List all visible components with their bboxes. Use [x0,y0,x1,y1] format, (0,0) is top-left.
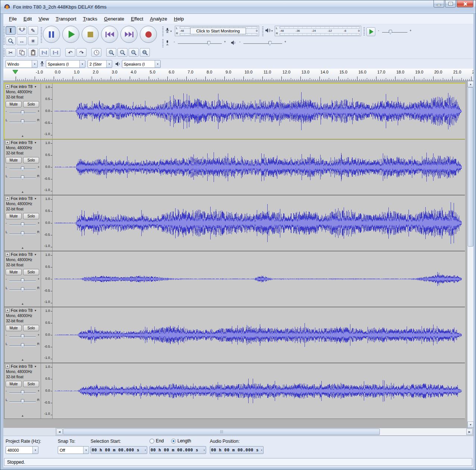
solo-button[interactable]: Solo [23,381,39,387]
pan-slider[interactable]: L R [5,398,40,404]
slider-thumb[interactable] [207,41,211,46]
menu-item-analyze[interactable]: Analyze [146,14,170,24]
collapse-button[interactable]: ▲ [5,133,40,138]
pan-slider[interactable]: L R [5,342,40,348]
slider-thumb[interactable] [268,41,272,46]
menu-item-effect[interactable]: Effect [127,14,146,24]
playback-speed-slider[interactable]: - + [378,29,412,35]
track-close-button[interactable]: × [5,140,10,145]
mute-button[interactable]: Mute [6,269,22,275]
collapse-button[interactable]: ▲ [5,301,40,306]
slider-thumb[interactable] [21,334,24,339]
slider-thumb[interactable] [21,175,24,180]
toolbar-grip[interactable] [363,27,365,36]
slider-thumb[interactable] [21,278,24,283]
vertical-scrollbar[interactable]: ▲ ▼ [467,81,473,428]
menu-item-view[interactable]: View [35,14,52,24]
solo-button[interactable]: Solo [23,213,39,219]
horizontal-scroll-track[interactable]: ◀ ▶ [56,428,473,436]
playback-device-dropdown[interactable]: Speakers (I ▾ [122,60,161,68]
zoom-tool-button[interactable] [6,37,16,45]
collapse-button[interactable]: ▲ [5,357,40,362]
gain-slider[interactable]: - + [5,221,40,227]
slider-thumb[interactable] [21,222,24,227]
menu-item-generate[interactable]: Generate [101,14,127,24]
selection-tool-button[interactable]: I [6,26,16,35]
scroll-up-button[interactable]: ▲ [467,81,474,87]
mute-button[interactable]: Mute [6,213,22,219]
redo-button[interactable]: ↷ [76,48,86,57]
waveform-area[interactable] [53,307,465,363]
gain-slider[interactable]: - + [5,333,40,339]
gain-slider[interactable]: - + [5,109,40,115]
end-radio[interactable]: End [149,438,164,444]
solo-button[interactable]: Solo [23,157,39,163]
silence-audio-button[interactable] [50,48,60,57]
waveform-area[interactable] [53,84,465,139]
cut-button[interactable]: ✂ [6,48,16,57]
timeshift-tool-button[interactable]: ↔ [17,37,27,45]
solo-button[interactable]: Solo [23,269,39,275]
toolbar-grip[interactable] [3,26,5,45]
toolbar-grip[interactable] [262,26,264,37]
collapse-button[interactable]: ▲ [5,413,40,418]
playback-meter-selector[interactable]: ▾ [265,28,273,34]
track-title[interactable]: Fox intro T8 [11,84,34,89]
menu-item-transport[interactable]: Transport [52,14,79,24]
track-title[interactable]: Fox intro T8 [11,308,34,313]
collapse-button[interactable]: ▲ [5,189,40,194]
input-volume-slider[interactable]: - + [173,40,226,46]
toolbar-grip[interactable] [162,26,164,37]
audio-position-value[interactable]: 00 h 00 m 00.000 s [211,448,260,452]
end-radio-circle[interactable] [149,439,154,444]
gain-slider[interactable]: - + [5,165,40,171]
draw-tool-button[interactable]: ✎ [28,26,38,35]
menu-item-file[interactable]: File [6,14,20,24]
track-close-button[interactable]: × [5,252,10,257]
scroll-left-button[interactable]: ◀ [56,429,63,435]
scroll-down-button[interactable]: ▼ [467,422,474,428]
undo-button[interactable]: ↶ [65,48,75,57]
timeline-ruler[interactable]: -1.00.01.02.03.04.05.06.07.08.09.010.011… [3,69,473,81]
recording-device-dropdown[interactable]: Speakers (I ▾ [46,60,85,68]
playhead-indicator[interactable] [12,70,18,75]
scroll-right-button[interactable]: ▶ [466,429,473,435]
track-title[interactable]: Fox intro T8 [11,364,34,369]
mute-button[interactable]: Mute [6,157,22,163]
collapse-button[interactable]: ▲ [5,245,40,250]
solo-button[interactable]: Solo [23,101,39,107]
zoom-in-button[interactable] [106,48,116,57]
toolbar-grip[interactable] [41,27,42,44]
pan-slider[interactable]: L R [5,286,40,292]
project-rate-dropdown[interactable]: 48000 ▾ [6,446,38,454]
length-radio[interactable]: Length [171,438,191,444]
toolbar-grip[interactable] [162,39,164,48]
multi-tool-button[interactable]: ✳ [28,37,38,45]
recording-meter[interactable]: L R -48-36-24-12-60 Click to Start Monit… [175,26,259,36]
recording-meter-selector[interactable]: ▾ [165,28,172,35]
mute-button[interactable]: Mute [6,381,22,387]
selection-start-value[interactable]: 00 h 00 m 00.000 s [92,448,144,452]
mute-button[interactable]: Mute [6,325,22,331]
paste-button[interactable] [28,48,38,57]
selection-length-field[interactable]: 00 h 00 m 00.000 s ▾ [149,446,206,454]
stop-button[interactable] [82,26,99,43]
waveform-area[interactable] [53,195,465,251]
slider-thumb[interactable] [21,231,24,236]
fit-selection-button[interactable] [129,48,139,57]
length-radio-circle[interactable] [171,439,176,444]
waveform-area[interactable] [53,363,465,419]
waveform-area[interactable] [53,251,465,307]
skip-to-start-button[interactable] [101,26,118,43]
track-menu-arrow-icon[interactable]: ▾ [35,197,36,200]
play-button[interactable] [62,26,79,43]
copy-button[interactable] [17,48,27,57]
menu-item-help[interactable]: Help [171,14,187,24]
pan-slider[interactable]: L R [5,230,40,236]
track-menu-arrow-icon[interactable]: ▾ [35,253,36,256]
slider-thumb[interactable] [389,30,392,34]
track-title[interactable]: Fox intro T8 [11,252,34,257]
slider-thumb[interactable] [21,166,24,171]
audio-position-field[interactable]: 00 h 00 m 00.000 s ▾ [210,446,264,454]
track-close-button[interactable]: × [5,364,10,369]
